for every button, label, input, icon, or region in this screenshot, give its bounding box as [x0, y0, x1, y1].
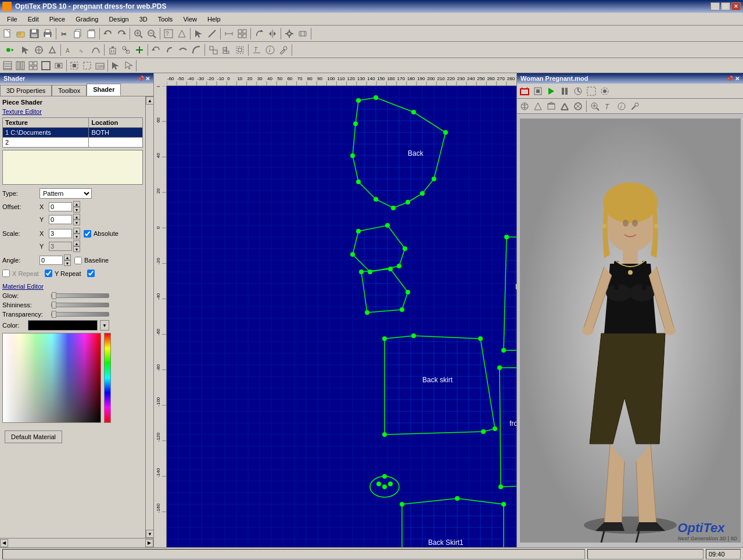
panel-close[interactable]: ✕: [145, 76, 150, 82]
3d-tb2-4[interactable]: [558, 100, 571, 113]
offset-x-input[interactable]: [49, 202, 72, 211]
canvas-area[interactable]: [154, 73, 516, 547]
tb2-node[interactable]: [120, 44, 132, 56]
color-box[interactable]: [28, 320, 98, 331]
tb3-3[interactable]: [27, 59, 40, 72]
tb-redo[interactable]: [115, 27, 128, 40]
tb2-align[interactable]: [220, 44, 233, 56]
tb2-refresh1[interactable]: [150, 44, 163, 56]
tb-grid[interactable]: [236, 27, 249, 40]
tb-cut[interactable]: ✂: [58, 27, 71, 40]
angle-down[interactable]: ▼: [64, 260, 71, 266]
menu-help[interactable]: Help: [203, 15, 225, 24]
tb2-add[interactable]: [133, 44, 146, 56]
menu-grading[interactable]: Grading: [71, 15, 103, 24]
tab-shader[interactable]: Shader: [87, 84, 121, 96]
3d-tb-5[interactable]: [572, 85, 584, 98]
menu-file[interactable]: File: [2, 15, 22, 24]
3d-tb-7[interactable]: [598, 85, 611, 98]
tb2-scale[interactable]: [207, 44, 220, 56]
texture-cell-1[interactable]: 1 C:\Documents: [3, 128, 89, 138]
tb3-1[interactable]: [1, 59, 14, 72]
absolute-checkbox[interactable]: [84, 230, 91, 238]
tb3-cursor[interactable]: [109, 59, 122, 72]
hue-bar[interactable]: [104, 333, 111, 423]
tb2-transform[interactable]: [234, 44, 246, 56]
tb3-pointer[interactable]: [122, 59, 135, 72]
tb2-1[interactable]: [1, 44, 19, 56]
3d-tb2-2[interactable]: [532, 100, 544, 113]
window-controls[interactable]: _ □ ✕: [710, 2, 741, 10]
panel-hscroll-right[interactable]: ▶: [145, 539, 153, 547]
tb2-c1[interactable]: [163, 44, 176, 56]
baseline-checkbox[interactable]: [74, 257, 82, 264]
tb2-bezier[interactable]: [89, 44, 102, 56]
minimize-button[interactable]: _: [710, 2, 720, 10]
scale-y-down[interactable]: ▼: [73, 246, 80, 252]
tb2-info[interactable]: i: [264, 44, 277, 56]
3d-tb-1[interactable]: [518, 85, 531, 98]
tb3-4[interactable]: [40, 59, 52, 72]
texture-row-1[interactable]: 1 C:\Documents BOTH: [3, 128, 143, 138]
tab-toolbox[interactable]: Toolbox: [52, 85, 87, 96]
scale-x-input[interactable]: [49, 229, 72, 238]
tb2-text[interactable]: T: [250, 44, 263, 56]
offset-y-up[interactable]: ▲: [73, 214, 80, 220]
3d-tb2-3[interactable]: [545, 100, 558, 113]
maximize-button[interactable]: □: [721, 2, 730, 10]
y-repeat-checkbox[interactable]: [45, 270, 52, 277]
glow-slider[interactable]: [51, 293, 109, 298]
3d-panel-pin[interactable]: 📌: [726, 76, 733, 82]
scale-x-up[interactable]: ▲: [73, 228, 80, 234]
tb-settings1[interactable]: [283, 27, 296, 40]
x-repeat-checkbox[interactable]: [2, 270, 10, 277]
tb-zoom-out[interactable]: [145, 27, 158, 40]
tb3-5[interactable]: [52, 59, 65, 72]
panel-pin[interactable]: 📌: [137, 76, 144, 82]
tb-open[interactable]: [15, 27, 27, 40]
tb-more2[interactable]: [175, 27, 188, 40]
3d-panel-close[interactable]: ✕: [735, 76, 740, 82]
angle-up[interactable]: ▲: [64, 254, 71, 260]
color-spectrum[interactable]: [2, 333, 101, 423]
tb3-group[interactable]: GRP: [94, 59, 106, 72]
tb-flip[interactable]: [266, 27, 279, 40]
tb3-select-all[interactable]: [68, 59, 81, 72]
panel-hscrollbar[interactable]: ◀ ▶: [0, 538, 153, 547]
pattern-canvas[interactable]: [167, 86, 516, 547]
tb2-arrow[interactable]: [19, 44, 32, 56]
offset-y-down[interactable]: ▼: [73, 220, 80, 225]
type-select[interactable]: Pattern Solid: [40, 188, 92, 199]
transparency-slider[interactable]: [51, 312, 109, 317]
tb-rotate[interactable]: [253, 27, 265, 40]
color-dropdown[interactable]: ▼: [100, 320, 109, 331]
tb-settings2[interactable]: [296, 27, 309, 40]
tb2-4[interactable]: A: [63, 44, 76, 56]
tb3-deselect[interactable]: [81, 59, 94, 72]
tb-copy[interactable]: [71, 27, 84, 40]
tb2-c2[interactable]: [177, 44, 189, 56]
shininess-slider[interactable]: [51, 303, 109, 307]
tb-zoom-in[interactable]: [132, 27, 145, 40]
tb-save[interactable]: [28, 27, 41, 40]
3d-tb2-5[interactable]: [572, 100, 584, 113]
tb2-wrench[interactable]: [277, 44, 290, 56]
tb2-2[interactable]: [33, 44, 45, 56]
3d-panel-controls[interactable]: 📌 ✕: [726, 75, 740, 82]
y-repeat-checkbox2[interactable]: [87, 270, 95, 277]
3d-tb2-info[interactable]: i: [615, 100, 628, 113]
scale-x-down[interactable]: ▼: [73, 234, 80, 239]
3d-tb2-wrench[interactable]: [629, 100, 641, 113]
3d-tb-6[interactable]: [585, 85, 598, 98]
shader-panel-controls[interactable]: 📌 ✕: [137, 76, 150, 82]
scale-y-up[interactable]: ▲: [73, 240, 80, 246]
offset-x-down[interactable]: ▼: [73, 207, 80, 213]
tb2-c3[interactable]: [190, 44, 203, 56]
menu-tools[interactable]: Tools: [153, 15, 178, 24]
tb-paste[interactable]: [85, 27, 98, 40]
3d-tb-2[interactable]: [532, 85, 544, 98]
panel-scrollbar[interactable]: ▲ ▼: [145, 96, 153, 538]
tb-more1[interactable]: ?: [162, 27, 175, 40]
menu-view[interactable]: View: [178, 15, 202, 24]
tb-line[interactable]: [206, 27, 218, 40]
